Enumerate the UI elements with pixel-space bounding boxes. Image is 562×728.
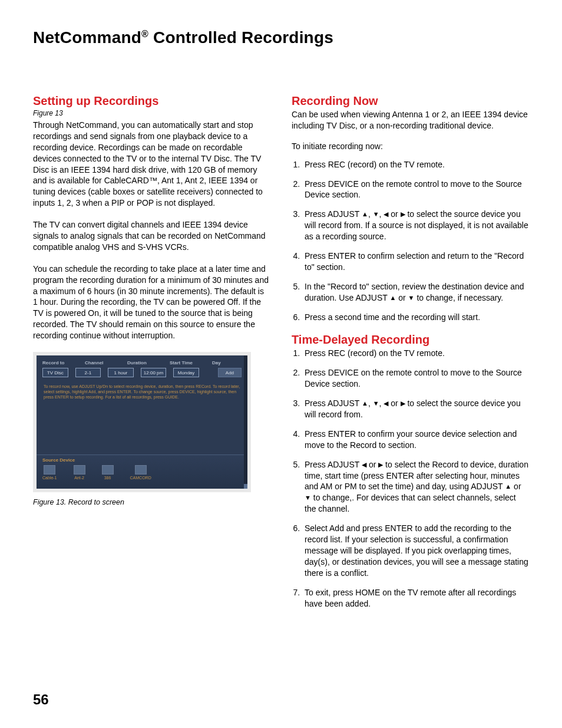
source-device-camcord: CAMCORD xyxy=(130,465,151,480)
right-arrow-icon: ▶ xyxy=(401,399,405,408)
down-arrow-icon: ▼ xyxy=(408,294,415,302)
now-step-1: Press REC (record) on the TV remote. xyxy=(302,159,529,170)
record-to-screen: Record to Channel Duration Start Time Da… xyxy=(37,355,247,489)
source-device-label: Cable-1 xyxy=(42,476,57,480)
source-device-title: Source Device xyxy=(42,457,242,463)
step-text: to change, if necessary. xyxy=(415,293,504,302)
source-device-cable1: Cable-1 xyxy=(42,465,57,480)
header-duration: Duration xyxy=(127,360,157,365)
now-step-5: In the "Record to" section, review the d… xyxy=(302,281,529,304)
now-step-2: Press DEVICE on the remote control to mo… xyxy=(302,179,529,201)
left-arrow-icon: ◀ xyxy=(384,399,388,408)
setup-paragraph-1: Through NetCommand, you can automaticall… xyxy=(33,120,270,209)
figure-13-wrapper: Record to Channel Duration Start Time Da… xyxy=(33,352,270,506)
page-title: NetCommand® Controlled Recordings xyxy=(33,28,529,47)
down-arrow-icon: ▼ xyxy=(373,210,379,219)
record-to-values: TV Disc 2-1 1 hour 12:00 pm Monday Add xyxy=(42,368,242,377)
up-arrow-icon: ▲ xyxy=(362,399,368,408)
source-device-label: Ant-2 xyxy=(74,476,84,480)
registered-mark: ® xyxy=(141,29,148,39)
time-delayed-steps: Press REC (record) on the TV remote. Pre… xyxy=(292,348,529,609)
up-arrow-icon: ▲ xyxy=(505,482,511,491)
source-device-label: CAMCORD xyxy=(130,476,151,480)
now-step-4: Press ENTER to confirm selection and ret… xyxy=(302,251,529,273)
tv-icon xyxy=(44,465,55,475)
delayed-step-7: To exit, press HOME on the TV remote aft… xyxy=(302,587,529,610)
up-arrow-icon: ▲ xyxy=(389,294,396,302)
figure-13-frame: Record to Channel Duration Start Time Da… xyxy=(33,352,251,492)
left-column: Setting up Recordings Figure 13 Through … xyxy=(33,94,270,620)
camcorder-icon xyxy=(135,465,147,475)
value-duration: 1 hour xyxy=(108,368,134,377)
header-start-time: Start Time xyxy=(170,360,199,365)
setting-up-recordings-heading: Setting up Recordings xyxy=(33,94,270,108)
record-to-headers: Record to Channel Duration Start Time Da… xyxy=(42,360,242,365)
step-text: Press ADJUST xyxy=(305,209,362,219)
down-arrow-icon: ▼ xyxy=(373,399,379,408)
delayed-step-3: Press ADJUST ▲, ▼, ◀ or ▶ to select the … xyxy=(302,398,529,420)
title-suffix: Controlled Recordings xyxy=(148,28,333,47)
recording-now-lead: To initiate recording now: xyxy=(292,141,529,152)
right-arrow-icon: ▶ xyxy=(401,210,405,219)
step-text: Press ADJUST xyxy=(305,460,362,469)
manual-page: NetCommand® Controlled Recordings Settin… xyxy=(0,0,562,728)
device-icon xyxy=(102,465,114,475)
source-device-386: 386 xyxy=(102,465,114,480)
page-number: 56 xyxy=(33,691,49,708)
step-text: Press ADJUST xyxy=(305,398,362,408)
value-record-to: TV Disc xyxy=(42,368,68,377)
recording-now-heading: Recording Now xyxy=(292,94,529,108)
now-step-6: Press a second time and the recording wi… xyxy=(302,312,529,323)
value-channel: 2-1 xyxy=(75,368,101,377)
header-channel: Channel xyxy=(85,360,114,365)
antenna-icon xyxy=(74,465,85,475)
delayed-step-4: Press ENTER to confirm your source devic… xyxy=(302,429,529,451)
recording-now-intro: Can be used when viewing Antenna 1 or 2,… xyxy=(292,109,529,131)
header-record-to: Record to xyxy=(42,360,72,365)
down-arrow-icon: ▼ xyxy=(305,493,311,502)
record-to-top-panel: Record to Channel Duration Start Time Da… xyxy=(37,355,247,381)
source-device-ant2: Ant-2 xyxy=(74,465,85,480)
delayed-step-6: Select Add and press ENTER to add the re… xyxy=(302,523,529,578)
source-device-list: Cable-1 Ant-2 386 CAMCORD xyxy=(42,465,242,480)
step-text: to change,. For devices that can select … xyxy=(305,493,516,513)
record-to-hint-text: To record now, use ADJUST Up/Dn to selec… xyxy=(37,381,247,400)
figure-reference: Figure 13 xyxy=(33,109,270,117)
header-day: Day xyxy=(212,360,242,365)
setup-paragraph-3: You can schedule the recording to take p… xyxy=(33,263,270,341)
delayed-step-1: Press REC (record) on the TV remote. xyxy=(302,348,529,359)
scrollbar xyxy=(244,355,247,489)
time-delayed-heading: Time-Delayed Recording xyxy=(292,333,529,347)
right-column: Recording Now Can be used when viewing A… xyxy=(292,94,529,620)
source-device-label: 386 xyxy=(104,476,111,480)
left-arrow-icon: ◀ xyxy=(362,460,366,469)
add-button: Add xyxy=(218,368,242,377)
source-device-panel: Source Device Cable-1 Ant-2 386 CAMCORD xyxy=(37,454,247,489)
title-prefix: NetCommand xyxy=(33,28,141,47)
up-arrow-icon: ▲ xyxy=(362,210,368,219)
left-arrow-icon: ◀ xyxy=(384,210,388,219)
delayed-step-2: Press DEVICE on the remote control to mo… xyxy=(302,367,529,390)
figure-13-caption: Figure 13. Record to screen xyxy=(33,498,270,506)
setup-paragraph-2: The TV can convert digital channels and … xyxy=(33,219,270,253)
now-step-3: Press ADJUST ▲, ▼, ◀ or ▶ to select the … xyxy=(302,209,529,242)
delayed-step-5: Press ADJUST ◀ or ▶ to select the Record… xyxy=(302,459,529,515)
recording-now-steps: Press REC (record) on the TV remote. Pre… xyxy=(292,159,529,323)
value-start-time: 12:00 pm xyxy=(141,368,167,377)
value-day: Monday xyxy=(173,368,199,377)
two-column-layout: Setting up Recordings Figure 13 Through … xyxy=(33,94,529,620)
